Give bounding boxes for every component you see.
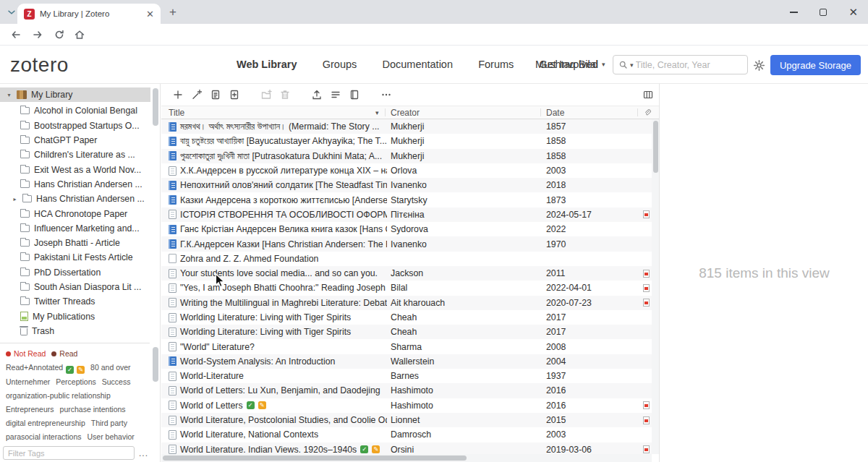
tags-scrollbar-thumb[interactable] — [153, 347, 158, 382]
home-icon[interactable] — [74, 29, 85, 40]
vertical-scrollbar-thumb[interactable] — [653, 121, 658, 173]
upgrade-storage-button[interactable]: Upgrade Storage — [770, 55, 861, 75]
table-row[interactable]: World Literature, National ContextsDamro… — [161, 427, 652, 442]
sidebar-collection-children-s-literature-as[interactable]: Children's Literature as ... — [0, 147, 160, 162]
table-row[interactable]: Worlding Literature: Living with Tiger S… — [161, 325, 652, 339]
table-row[interactable]: Worlding Literature: Living with Tiger S… — [161, 310, 652, 325]
collapse-triangle-icon[interactable]: ▸ — [12, 196, 18, 202]
more-options-icon[interactable] — [378, 87, 393, 103]
items-vertical-scrollbar[interactable] — [652, 119, 659, 454]
tag-selector-options-button[interactable]: ... — [139, 448, 148, 458]
new-tab-button[interactable]: + — [169, 5, 176, 20]
library-search[interactable]: ▾ — [613, 55, 748, 74]
forward-icon[interactable] — [32, 29, 43, 40]
sidebar-collection-twitter-threads[interactable]: Twitter Threads — [0, 294, 160, 309]
sidebar-collection-influencer-marketing-and[interactable]: Influencer Marketing and... — [0, 221, 160, 236]
expand-triangle-icon[interactable]: ▾ — [6, 92, 12, 98]
column-header-title[interactable]: Title — [169, 106, 184, 119]
column-header-creator[interactable]: Creator — [391, 106, 420, 119]
sidebar-collection-hans-christian-andersen[interactable]: Hans Christian Andersen ... — [0, 177, 160, 192]
table-row[interactable]: Zohra and Z. Z. Ahmed Foundation — [161, 252, 652, 266]
search-input[interactable] — [636, 60, 742, 70]
tag-third-party[interactable]: Third party — [88, 416, 130, 429]
tag-digital-entrepreneurship[interactable]: digital entrepreneurship — [3, 416, 88, 429]
add-by-identifier-icon[interactable] — [189, 87, 204, 103]
sidebar-collection-south-asian-diaspora-lit[interactable]: South Asian Diaspora Lit ... — [0, 280, 160, 294]
tag-read[interactable]: Read — [48, 347, 80, 360]
new-note-icon[interactable] — [208, 87, 223, 103]
new-item-icon[interactable] — [170, 87, 185, 103]
table-row[interactable]: World of Letters: Lu Xun, Benjamin, and … — [161, 383, 652, 398]
browser-tab[interactable]: Z My Library | Zotero ✕ — [17, 4, 161, 24]
tag-filter-input[interactable] — [3, 446, 135, 460]
tag-organization-public-relationship[interactable]: organization-public relationship — [3, 389, 114, 402]
table-row[interactable]: World of Letters✓✎Hashimoto2016 — [161, 398, 652, 413]
tag-80-and-over[interactable]: 80 and over — [88, 361, 133, 374]
table-row[interactable]: World-System Analysis: An IntroductionWa… — [161, 354, 652, 369]
tag-not-read[interactable]: Not Read — [3, 347, 48, 360]
table-row[interactable]: Казки Андерсена з короткою життєписью [A… — [161, 192, 652, 207]
table-row[interactable]: Ганс Крістіан Андерсен Велика книга казо… — [161, 222, 652, 236]
table-row[interactable]: ІСТОРІЯ СТВОРЕННЯ ТА ОСОБЛИВОСТІ ОФОРМЛЕ… — [161, 208, 652, 222]
table-row[interactable]: পুত্রশোকাতুরা দুঃখিনী মাতা [Putrasokatur… — [161, 149, 652, 163]
table-row[interactable]: "World" Literature?Sharma2008 — [161, 339, 652, 354]
reload-icon[interactable] — [54, 29, 65, 40]
table-row[interactable]: Непохитний олов'яний солдатик [The Stead… — [161, 178, 652, 192]
column-picker-icon[interactable] — [640, 87, 655, 103]
sidebar-collection-alcohol-in-colonial-bengal[interactable]: Alcohol in Colonial Bengal — [0, 103, 160, 118]
table-row[interactable]: Х.К.Андерсен в русской литературе конца … — [161, 163, 652, 178]
user-menu[interactable]: Mushtaq Bilal ▾ — [535, 46, 605, 83]
tag-read-annotated[interactable]: Read+Annotated✓✎ — [3, 361, 88, 375]
tag-success[interactable]: Success — [99, 375, 134, 388]
sidebar-collection-bootstrapped-startups-o[interactable]: Bootstrapped Startups O... — [0, 119, 160, 133]
table-row[interactable]: World-LiteratureBarnes1937 — [161, 369, 652, 383]
tag-unternehmer[interactable]: Unternehmer — [3, 375, 53, 388]
table-row[interactable]: বায়ু চতুষ্টয়ের আখ্যায়িকা [Bayucatusta… — [161, 134, 652, 148]
tag-user-behavior[interactable]: User behavior — [84, 430, 137, 443]
minimize-icon[interactable] — [790, 12, 798, 13]
sidebar-item-trash[interactable]: Trash — [0, 324, 160, 338]
nav-web-library[interactable]: Web Library — [237, 59, 297, 70]
horizontal-scrollbar-thumb[interactable] — [163, 455, 467, 461]
sidebar-item-my-publications[interactable]: My Publications — [0, 309, 160, 323]
gear-icon[interactable] — [753, 59, 765, 72]
table-row[interactable]: Your students love social media... and s… — [161, 266, 652, 281]
sidebar-collection-chatgpt-paper[interactable]: ChatGPT Paper — [0, 133, 160, 147]
tag-purchase-intentions[interactable]: purchase intentions — [57, 403, 129, 416]
tab-close-icon[interactable]: ✕ — [146, 9, 154, 19]
table-row[interactable]: মরমখথ। অর্থাৎ মৎস্যনারীর উপাখ্যান। (Merm… — [161, 119, 652, 134]
create-bibliography-icon[interactable] — [346, 87, 362, 103]
sidebar-collection-phd-dissertation[interactable]: PhD Dissertation — [0, 265, 160, 280]
export-icon[interactable] — [309, 87, 324, 103]
zotero-logo[interactable]: zotero — [10, 54, 69, 77]
tag-entrepreneurs[interactable]: Entrepreneurs — [3, 403, 57, 416]
attachment-column-header-icon[interactable] — [643, 106, 652, 119]
items-horizontal-scrollbar[interactable] — [161, 454, 652, 462]
sidebar-collection-hans-christian-andersen[interactable]: ▸Hans Christian Andersen ... — [0, 192, 160, 206]
collections-scrollbar-thumb[interactable] — [153, 88, 158, 126]
table-row[interactable]: World Literature, Postcolonial Studies, … — [161, 413, 652, 427]
maximize-icon[interactable] — [820, 9, 827, 16]
sidebar-collection-pakistani-lit-fests-article[interactable]: Pakistani Lit Fests Article — [0, 250, 160, 265]
sidebar-collection-hca-chronotope-paper[interactable]: HCA Chronotope Paper — [0, 206, 160, 221]
close-icon[interactable]: ✕ — [848, 7, 858, 17]
tab-search-icon[interactable] — [7, 7, 17, 17]
title-sort-chevron-icon[interactable]: ▾ — [375, 106, 379, 119]
sidebar-collection-exit-west-as-a-world-nov[interactable]: Exit West as a World Nov... — [0, 162, 160, 176]
back-icon[interactable] — [10, 29, 22, 40]
tag-perceptions[interactable]: Perceptions — [53, 375, 98, 388]
tag-parasocial-interactions[interactable]: parasocial interactions — [3, 430, 84, 443]
column-header-date[interactable]: Date — [546, 106, 564, 119]
nav-groups[interactable]: Groups — [323, 59, 357, 70]
nav-documentation[interactable]: Documentation — [382, 59, 453, 70]
table-row[interactable]: Writing the Multilingual in Maghrebi Lit… — [161, 296, 652, 310]
new-attachment-icon[interactable] — [226, 87, 242, 103]
create-citation-icon[interactable] — [328, 87, 343, 103]
table-row[interactable]: "Yes, I am Joseph Bhatti Choohra:" Readi… — [161, 281, 652, 295]
sidebar-item-my-library[interactable]: ▾ My Library — [0, 87, 150, 102]
sidebar-collection-joseph-bhatti-article[interactable]: Joseph Bhatti - Article — [0, 236, 160, 250]
nav-forums[interactable]: Forums — [478, 59, 514, 70]
table-row[interactable]: World Literature. Indian Views. 1920s–19… — [161, 442, 652, 454]
search-mode-chevron-icon[interactable]: ▾ — [630, 61, 634, 69]
table-row[interactable]: Г.К.Андерсен Казки [Hans Christian Ander… — [161, 236, 652, 251]
